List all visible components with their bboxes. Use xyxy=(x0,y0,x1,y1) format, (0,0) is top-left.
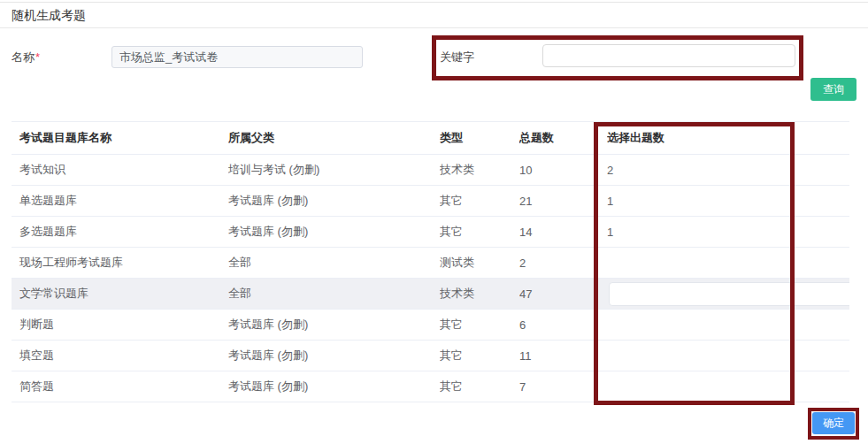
type-cell: 其它 xyxy=(440,224,519,240)
header-bank-name: 考试题目题库名称 xyxy=(12,130,228,146)
parent-category-cell: 考试题库 (勿删) xyxy=(228,317,440,333)
keyword-label: 关键字 xyxy=(440,50,474,65)
total-count-cell: 10 xyxy=(519,164,607,177)
table-body: 考试知识培训与考试 (勿删)技术类102单选题题库考试题库 (勿删)其它211多… xyxy=(12,155,849,402)
selected-count-cell[interactable]: 1 xyxy=(607,195,849,208)
total-count-cell: 14 xyxy=(519,226,607,239)
total-count-cell: 11 xyxy=(519,349,607,363)
table-row: 多选题题库考试题库 (勿删)其它141 xyxy=(12,217,849,248)
bank-name-cell: 单选题题库 xyxy=(12,193,228,209)
parent-category-cell: 考试题库 (勿删) xyxy=(228,193,440,209)
type-cell: 其它 xyxy=(440,379,519,394)
parent-category-cell: 全部 xyxy=(228,255,440,271)
bank-name-cell: 现场工程师考试题库 xyxy=(12,255,228,271)
type-cell: 其它 xyxy=(440,348,519,364)
bank-name-cell: 填空题 xyxy=(12,348,228,364)
header-selected-count: 选择出题数 xyxy=(607,130,849,146)
total-count-cell: 47 xyxy=(519,287,607,301)
parent-category-cell: 培训与考试 (勿删) xyxy=(228,162,440,178)
table-row: 判断题考试题库 (勿删)其它6 xyxy=(12,310,849,341)
confirm-button[interactable]: 确定 xyxy=(812,412,855,434)
selected-count-cell[interactable]: 2 xyxy=(607,164,849,177)
query-button[interactable]: 查询 xyxy=(810,78,856,101)
question-bank-table: 考试题目题库名称 所属父类 类型 总题数 选择出题数 考试知识培训与考试 (勿删… xyxy=(12,121,849,402)
bank-name-cell: 考试知识 xyxy=(12,162,228,178)
selected-count-cell xyxy=(607,282,849,306)
name-label: 名称* xyxy=(12,50,40,65)
bank-name-cell: 简答题 xyxy=(12,379,228,394)
header-total-count: 总题数 xyxy=(519,130,607,146)
table-row: 填空题考试题库 (勿删)其它11 xyxy=(12,341,849,371)
parent-category-cell: 考试题库 (勿删) xyxy=(228,224,440,240)
total-count-cell: 2 xyxy=(519,256,607,270)
total-count-cell: 21 xyxy=(519,195,607,208)
table-row: 文学常识题库全部技术类47 xyxy=(12,279,849,310)
bank-name-cell: 文学常识题库 xyxy=(12,286,228,302)
name-input[interactable] xyxy=(111,46,363,68)
table-row: 单选题题库考试题库 (勿删)其它211 xyxy=(12,186,849,217)
type-cell: 其它 xyxy=(440,193,519,209)
title-divider xyxy=(0,27,868,28)
parent-category-cell: 全部 xyxy=(228,286,440,302)
bank-name-cell: 判断题 xyxy=(12,317,228,333)
type-cell: 测试类 xyxy=(440,255,519,271)
header-parent-category: 所属父类 xyxy=(228,130,440,146)
page-title: 随机生成考题 xyxy=(12,8,86,24)
header-type: 类型 xyxy=(440,130,519,146)
table-row: 简答题考试题库 (勿删)其它7 xyxy=(12,371,849,402)
table-row: 考试知识培训与考试 (勿删)技术类102 xyxy=(12,155,849,186)
bank-name-cell: 多选题题库 xyxy=(12,224,228,240)
total-count-cell: 7 xyxy=(519,380,607,394)
top-divider xyxy=(0,2,868,3)
keyword-input[interactable] xyxy=(542,44,795,67)
type-cell: 技术类 xyxy=(440,162,519,178)
selected-count-cell[interactable]: 1 xyxy=(607,226,849,239)
required-mark: * xyxy=(35,50,40,64)
total-count-cell: 6 xyxy=(519,318,607,332)
parent-category-cell: 考试题库 (勿删) xyxy=(228,348,440,364)
selected-count-input[interactable] xyxy=(609,282,849,306)
table-header-row: 考试题目题库名称 所属父类 类型 总题数 选择出题数 xyxy=(12,121,849,155)
table-row: 现场工程师考试题库全部测试类2 xyxy=(12,248,849,279)
type-cell: 其它 xyxy=(440,317,519,333)
parent-category-cell: 考试题库 (勿删) xyxy=(228,379,440,394)
type-cell: 技术类 xyxy=(440,286,519,302)
dialog-random-exam-generation: 随机生成考题 名称* 关键字 查询 考试题目题库名称 所属父类 类型 总题数 选… xyxy=(0,0,868,444)
